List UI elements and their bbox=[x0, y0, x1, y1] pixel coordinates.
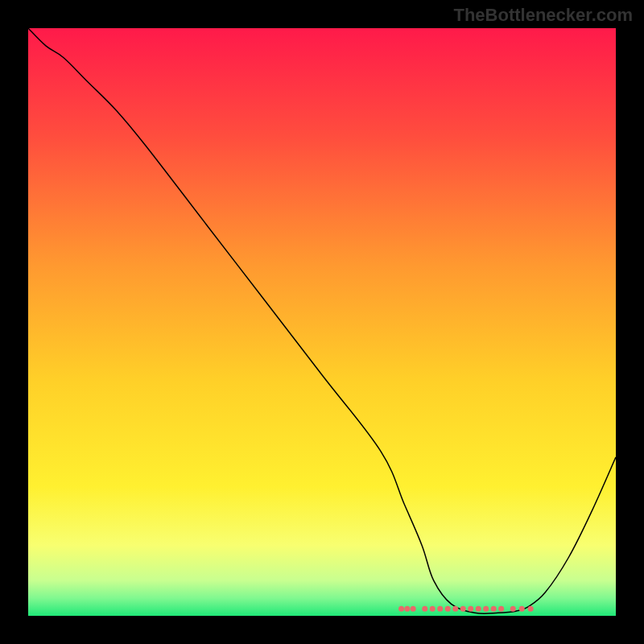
marker-dot bbox=[445, 606, 451, 612]
marker-dot bbox=[483, 606, 489, 612]
marker-dot bbox=[422, 606, 427, 612]
marker-dot bbox=[510, 606, 516, 612]
marker-dot bbox=[476, 606, 481, 612]
marker-dot bbox=[430, 606, 436, 612]
marker-dot bbox=[404, 606, 410, 612]
marker-dot bbox=[519, 606, 525, 612]
marker-dot bbox=[398, 606, 404, 612]
chart-svg bbox=[28, 28, 616, 616]
marker-dot bbox=[460, 606, 466, 612]
marker-dot bbox=[411, 606, 416, 612]
marker-dot bbox=[528, 606, 534, 612]
chart-background bbox=[28, 28, 616, 616]
marker-dot bbox=[468, 606, 473, 612]
marker-dot bbox=[437, 606, 443, 612]
marker-dot bbox=[491, 606, 497, 612]
watermark-text: TheBottlenecker.com bbox=[453, 5, 633, 26]
marker-dot bbox=[452, 606, 458, 612]
marker-dot bbox=[498, 606, 504, 612]
chart-container bbox=[28, 28, 616, 616]
